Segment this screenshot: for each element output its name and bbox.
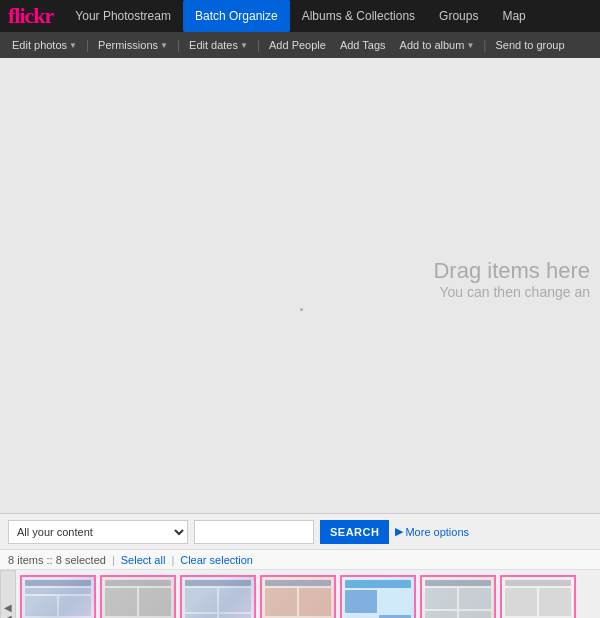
items-count: 8 items :: 8 selected xyxy=(8,554,106,566)
toolbar-sep-4: | xyxy=(483,38,486,52)
center-dot xyxy=(300,308,303,311)
more-options[interactable]: ▶ More options xyxy=(395,525,469,538)
add-to-album-arrow: ▼ xyxy=(466,41,474,50)
drag-area: Drag items here You can then change an xyxy=(0,58,600,513)
toolbar: Edit photos ▼ | Permissions ▼ | Edit dat… xyxy=(0,32,600,58)
toolbar-sep-2: | xyxy=(177,38,180,52)
search-button[interactable]: SEARCH xyxy=(320,520,389,544)
nav-batch-organize[interactable]: Batch Organize xyxy=(183,0,290,32)
filmstrip-item[interactable] xyxy=(20,575,96,618)
permissions-arrow: ▼ xyxy=(160,41,168,50)
add-tags-button[interactable]: Add Tags xyxy=(334,36,392,54)
nav-map[interactable]: Map xyxy=(490,0,537,32)
triangle-icon: ▶ xyxy=(395,525,403,538)
search-bar: All your content SEARCH ▶ More options xyxy=(0,514,600,550)
select-all-link[interactable]: Select all xyxy=(121,554,166,566)
nav-groups[interactable]: Groups xyxy=(427,0,490,32)
filmstrip-prev[interactable]: ◀ ◀ xyxy=(0,570,16,618)
top-navigation: flickr Your Photostream Batch Organize A… xyxy=(0,0,600,32)
pipe-sep: | xyxy=(112,554,115,566)
filmstrip-items xyxy=(16,575,600,618)
add-people-button[interactable]: Add People xyxy=(263,36,332,54)
nav-albums[interactable]: Albums & Collections xyxy=(290,0,427,32)
flickr-logo: flickr xyxy=(8,3,53,29)
filmstrip-item[interactable] xyxy=(420,575,496,618)
drag-hint: Drag items here You can then change an xyxy=(433,258,590,300)
edit-dates-arrow: ▼ xyxy=(240,41,248,50)
send-to-group-button[interactable]: Send to group xyxy=(489,36,570,54)
filmstrip-item[interactable] xyxy=(260,575,336,618)
selection-info: 8 items :: 8 selected | Select all | Cle… xyxy=(0,550,600,570)
filmstrip: ◀ ◀ xyxy=(0,570,600,618)
add-to-album-button[interactable]: Add to album ▼ xyxy=(394,36,481,54)
prev-arrow-icon-2: ◀ xyxy=(4,613,12,618)
toolbar-sep-1: | xyxy=(86,38,89,52)
filmstrip-item[interactable] xyxy=(500,575,576,618)
pipe-sep-2: | xyxy=(171,554,174,566)
edit-photos-button[interactable]: Edit photos ▼ xyxy=(6,36,83,54)
filmstrip-item[interactable] xyxy=(100,575,176,618)
nav-photostream[interactable]: Your Photostream xyxy=(63,0,183,32)
prev-arrow-icon: ◀ xyxy=(4,602,12,613)
drag-subtitle: You can then change an xyxy=(433,284,590,300)
bottom-panel: All your content SEARCH ▶ More options 8… xyxy=(0,513,600,618)
filmstrip-item[interactable] xyxy=(340,575,416,618)
filmstrip-item[interactable] xyxy=(180,575,256,618)
edit-photos-arrow: ▼ xyxy=(69,41,77,50)
content-select[interactable]: All your content xyxy=(8,520,188,544)
drag-title: Drag items here xyxy=(433,258,590,284)
toolbar-sep-3: | xyxy=(257,38,260,52)
permissions-button[interactable]: Permissions ▼ xyxy=(92,36,174,54)
clear-selection-link[interactable]: Clear selection xyxy=(180,554,253,566)
edit-dates-button[interactable]: Edit dates ▼ xyxy=(183,36,254,54)
search-input[interactable] xyxy=(194,520,314,544)
